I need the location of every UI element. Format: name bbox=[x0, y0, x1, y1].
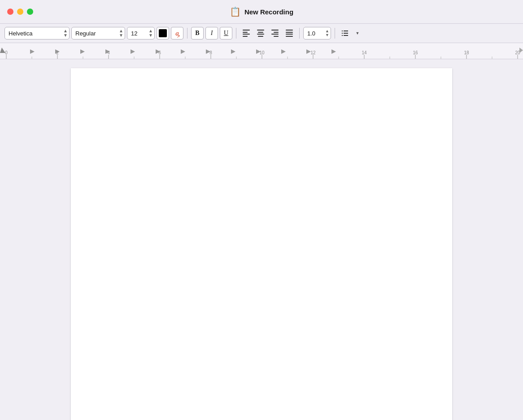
toolbar-divider-4 bbox=[335, 28, 335, 39]
svg-rect-1 bbox=[344, 31, 348, 31]
color-swatch-button[interactable] bbox=[157, 27, 169, 39]
font-style-select[interactable]: Regular Bold Italic Bold Italic bbox=[71, 27, 125, 39]
document-icon: 📋 bbox=[230, 6, 241, 17]
bold-icon: B bbox=[195, 30, 199, 37]
svg-text:16: 16 bbox=[413, 50, 418, 55]
svg-text:2: 2 bbox=[56, 50, 59, 55]
font-size-wrapper: 891011 12 14161824 364872 ▲▼ bbox=[127, 27, 155, 39]
document-page[interactable] bbox=[71, 68, 452, 420]
svg-rect-4 bbox=[342, 35, 343, 36]
toolbar-divider-2 bbox=[236, 28, 236, 39]
svg-rect-0 bbox=[342, 31, 343, 31]
align-right-button[interactable] bbox=[269, 27, 281, 39]
list-dropdown-chevron-icon: ▼ bbox=[356, 31, 360, 35]
line-spacing-input[interactable]: 1.0 bbox=[303, 27, 331, 39]
list-dropdown-button[interactable]: ▼ bbox=[353, 27, 362, 39]
window-title: New Recording bbox=[244, 8, 293, 16]
title-bar: 📋 New Recording bbox=[0, 0, 523, 23]
align-center-button[interactable] bbox=[254, 27, 267, 39]
maximize-button[interactable] bbox=[27, 9, 33, 15]
svg-text:6: 6 bbox=[158, 50, 161, 55]
toolbar-divider-1 bbox=[187, 28, 187, 39]
font-size-select[interactable]: 891011 12 14161824 364872 bbox=[127, 27, 155, 39]
color-swatch bbox=[159, 29, 167, 37]
italic-button[interactable]: I bbox=[205, 27, 218, 39]
font-family-select[interactable]: Helvetica Arial Times New Roman Georgia … bbox=[4, 27, 70, 39]
text-color-button[interactable]: a↗ bbox=[171, 27, 183, 39]
svg-text:12: 12 bbox=[310, 50, 316, 55]
align-right-icon bbox=[271, 30, 279, 37]
align-center-icon bbox=[257, 30, 264, 37]
document-area[interactable] bbox=[0, 59, 523, 420]
underline-icon: U bbox=[224, 30, 228, 37]
toolbar-divider-3 bbox=[299, 28, 300, 39]
text-color-label: a↗ bbox=[175, 30, 179, 37]
svg-text:14: 14 bbox=[362, 50, 367, 55]
close-button[interactable] bbox=[7, 9, 13, 15]
toolbar: Helvetica Arial Times New Roman Georgia … bbox=[0, 23, 523, 43]
svg-rect-3 bbox=[344, 33, 348, 34]
ruler: 0 2 4 6 8 10 12 14 16 18 bbox=[0, 43, 523, 59]
svg-text:8: 8 bbox=[209, 50, 212, 55]
ruler-svg: 0 2 4 6 8 10 12 14 16 18 bbox=[0, 43, 523, 59]
svg-text:4: 4 bbox=[107, 50, 110, 55]
font-style-wrapper: Regular Bold Italic Bold Italic ▲▼ bbox=[71, 27, 125, 39]
svg-rect-5 bbox=[344, 35, 348, 36]
list-button[interactable] bbox=[339, 27, 351, 39]
align-left-icon bbox=[243, 30, 250, 37]
svg-text:0: 0 bbox=[5, 50, 8, 55]
list-icon bbox=[341, 30, 349, 37]
underline-button[interactable]: U bbox=[220, 27, 232, 39]
align-justify-button[interactable] bbox=[283, 27, 296, 39]
line-spacing-wrapper: 1.0 ▲▼ bbox=[303, 27, 331, 39]
font-family-wrapper: Helvetica Arial Times New Roman Georgia … bbox=[4, 27, 70, 39]
svg-rect-2 bbox=[342, 33, 343, 34]
align-justify-icon bbox=[286, 30, 293, 37]
italic-icon: I bbox=[211, 30, 213, 37]
align-left-button[interactable] bbox=[240, 27, 253, 39]
window-controls bbox=[7, 9, 33, 15]
svg-text:10: 10 bbox=[259, 50, 265, 55]
svg-text:20: 20 bbox=[515, 50, 520, 55]
minimize-button[interactable] bbox=[17, 9, 23, 15]
bold-button[interactable]: B bbox=[191, 27, 204, 39]
title-bar-content: 📋 New Recording bbox=[230, 6, 293, 17]
svg-text:18: 18 bbox=[464, 50, 469, 55]
